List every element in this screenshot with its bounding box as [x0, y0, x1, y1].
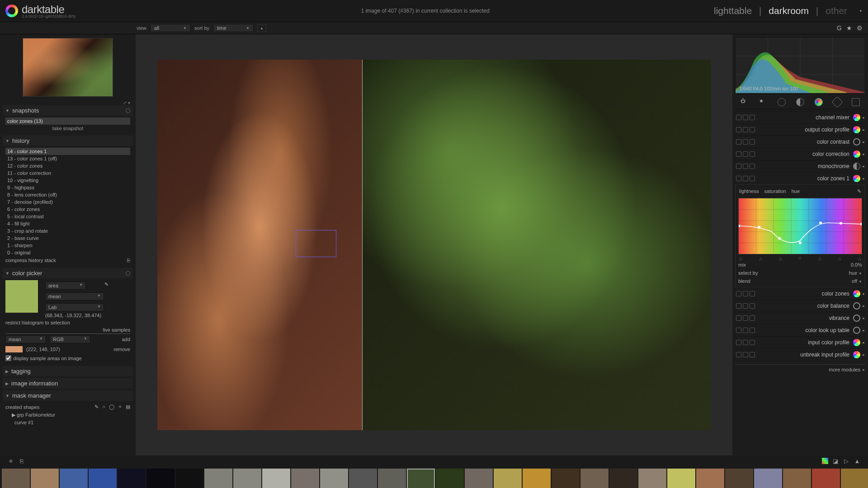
- module-expand-icon[interactable]: ◂: [862, 176, 864, 181]
- module-color-zones[interactable]: color zones◂: [735, 287, 865, 300]
- module-reset-icon[interactable]: [750, 315, 755, 321]
- thumb-zoom-icon[interactable]: ⤢ ▾: [3, 100, 133, 105]
- module-enable-icon[interactable]: [736, 127, 741, 132]
- module-multi-icon[interactable]: [743, 139, 748, 145]
- module-multi-icon[interactable]: [743, 328, 748, 333]
- module-expand-icon[interactable]: ◂: [862, 164, 864, 169]
- image-canvas[interactable]: [157, 60, 711, 430]
- module-multi-icon[interactable]: [743, 127, 748, 132]
- filmstrip-thumb[interactable]: [320, 469, 348, 488]
- reset-icon[interactable]: [126, 108, 130, 113]
- module-multi-icon[interactable]: [743, 315, 748, 321]
- module-enable-icon[interactable]: [736, 139, 741, 145]
- filmstrip-thumb[interactable]: [696, 469, 724, 488]
- module-tab-active-icon[interactable]: ⏻: [741, 98, 749, 106]
- filmstrip-thumb[interactable]: [812, 469, 840, 488]
- sample-space-dropdown[interactable]: RGB▼: [50, 335, 90, 343]
- module-tab-tone-icon[interactable]: [796, 98, 804, 106]
- view-filter-dropdown[interactable]: all▼: [150, 24, 191, 32]
- filmstrip-thumb[interactable]: [175, 469, 203, 488]
- cz-tab-lightness[interactable]: lightness: [739, 188, 759, 194]
- view-darkroom[interactable]: darkroom: [769, 5, 809, 16]
- mask-curve-item[interactable]: curve #1: [5, 419, 130, 426]
- module-multi-icon[interactable]: [743, 303, 748, 309]
- filmstrip[interactable]: [0, 466, 868, 488]
- module-enable-icon[interactable]: [736, 340, 741, 345]
- cz-tab-saturation[interactable]: saturation: [764, 188, 786, 194]
- overexposed-icon[interactable]: ◪: [832, 457, 839, 465]
- filmstrip-thumb[interactable]: [146, 469, 175, 488]
- sort-direction-button[interactable]: ▲: [257, 24, 266, 32]
- module-expand-icon[interactable]: ◂: [862, 304, 864, 308]
- module-tab-effect-icon[interactable]: [852, 98, 860, 106]
- ellipse-icon[interactable]: ◯: [109, 404, 114, 410]
- history-item[interactable]: 5 - local contrast: [5, 213, 130, 220]
- filmstrip-thumb[interactable]: [609, 469, 637, 488]
- module-enable-icon[interactable]: [736, 303, 741, 309]
- module-expand-icon[interactable]: ◂: [862, 115, 864, 120]
- navigation-thumbnail[interactable]: [23, 38, 113, 97]
- module-enable-icon[interactable]: [736, 115, 741, 120]
- filmstrip-thumb[interactable]: [552, 469, 580, 488]
- picker-mode-dropdown[interactable]: area▼: [45, 282, 86, 290]
- module-expand-icon[interactable]: ◂: [862, 127, 864, 132]
- history-item[interactable]: 6 - color zones: [5, 206, 130, 213]
- module-expand-icon[interactable]: ◂: [862, 152, 864, 156]
- add-sample-button[interactable]: add: [122, 337, 130, 342]
- module-color-look-up-table[interactable]: color look up table◂: [735, 324, 865, 336]
- module-multi-icon[interactable]: [743, 176, 748, 181]
- filmstrip-thumb[interactable]: [31, 469, 59, 488]
- filmstrip-thumb[interactable]: [783, 469, 811, 488]
- module-enable-icon[interactable]: [736, 176, 741, 181]
- cz-mix-value[interactable]: 0.0%: [851, 262, 862, 267]
- filmstrip-thumb[interactable]: [465, 469, 493, 488]
- view-lighttable[interactable]: lighttable: [714, 5, 752, 16]
- module-reset-icon[interactable]: [750, 328, 755, 333]
- filmstrip-thumb[interactable]: [667, 469, 695, 488]
- sort-dropdown[interactable]: time▼: [213, 24, 254, 32]
- module-tab-correct-icon[interactable]: [832, 96, 843, 108]
- eyedropper-icon[interactable]: ✎: [104, 282, 108, 290]
- display-samples-checkbox[interactable]: display sample areas on image: [5, 354, 130, 362]
- group-icon[interactable]: G: [837, 24, 842, 32]
- history-item[interactable]: 8 - lens correction (off): [5, 191, 130, 198]
- history-item[interactable]: 9 - highpass: [5, 184, 130, 191]
- take-snapshot-button[interactable]: take snapshot: [5, 125, 130, 132]
- filmstrip-thumb[interactable]: [291, 469, 319, 488]
- module-reset-icon[interactable]: [750, 352, 755, 357]
- compress-history-button[interactable]: compress history stack: [5, 258, 56, 263]
- module-multi-icon[interactable]: [743, 164, 748, 169]
- filmstrip-thumb[interactable]: [262, 469, 290, 488]
- module-color-balance[interactable]: color balance◂: [735, 300, 865, 312]
- module-reset-icon[interactable]: [750, 115, 755, 120]
- module-enable-icon[interactable]: [736, 151, 741, 157]
- cz-tab-hue[interactable]: hue: [792, 188, 800, 194]
- module-multi-icon[interactable]: [743, 115, 748, 120]
- mask-group-item[interactable]: ▶ grp Farbkorrektur: [5, 411, 130, 419]
- quick-access-icon[interactable]: ≡: [7, 457, 14, 465]
- eyedropper-icon[interactable]: ✎: [857, 188, 861, 194]
- image-info-header[interactable]: ▶image information: [3, 378, 133, 389]
- module-color-correction[interactable]: color correction◂: [735, 148, 865, 160]
- history-item[interactable]: 1 - sharpen: [5, 242, 130, 249]
- module-expand-icon[interactable]: ◂: [862, 340, 864, 345]
- module-expand-icon[interactable]: ◂: [862, 328, 864, 333]
- star-icon[interactable]: ★: [846, 24, 852, 32]
- module-enable-icon[interactable]: [736, 164, 741, 169]
- history-item[interactable]: 7 - denoise (profiled): [5, 198, 130, 206]
- filmstrip-thumb[interactable]: [725, 469, 753, 488]
- filmstrip-thumb[interactable]: [378, 469, 406, 488]
- module-color-zones-1[interactable]: color zones 1◂: [735, 172, 865, 184]
- module-reset-icon[interactable]: [750, 164, 755, 169]
- styles-icon[interactable]: ⎘: [18, 457, 25, 465]
- gear-icon[interactable]: ⚙: [857, 24, 863, 32]
- history-item[interactable]: 10 - vignetting: [5, 177, 130, 184]
- filmstrip-thumb[interactable]: [638, 469, 666, 488]
- filmstrip-thumb[interactable]: [349, 469, 377, 488]
- snapshot-item[interactable]: color zones (13): [5, 117, 130, 125]
- module-output-color-profile[interactable]: output color profile◂: [735, 123, 865, 136]
- module-reset-icon[interactable]: [750, 151, 755, 157]
- module-input-color-profile[interactable]: input color profile◂: [735, 336, 865, 348]
- filmstrip-thumb[interactable]: [754, 469, 782, 488]
- color-zones-graph[interactable]: [738, 198, 862, 254]
